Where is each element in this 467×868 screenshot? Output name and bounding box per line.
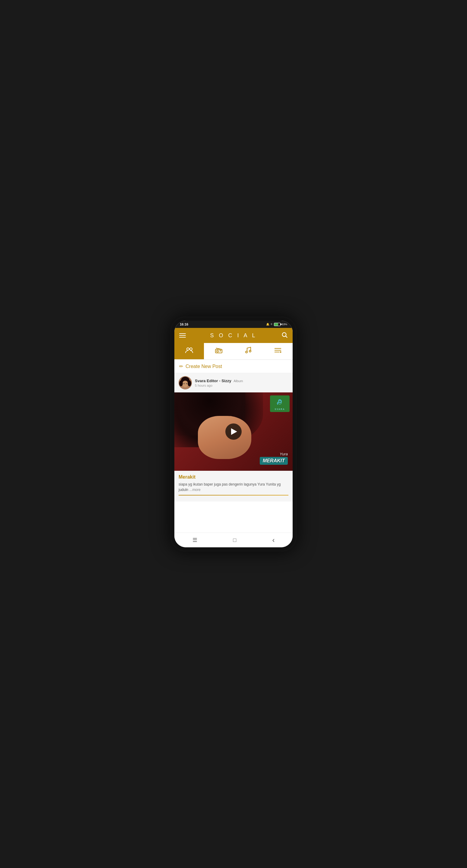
svara-badge: SVARA xyxy=(270,396,290,412)
post-content: Merakit siapa yg ikutan baper juga pas d… xyxy=(174,471,293,501)
post-header: Svara Editor - Sizzy Album 5 hours ago xyxy=(174,373,293,393)
svg-point-5 xyxy=(216,350,218,352)
artist-name-overlay: Yura xyxy=(260,452,288,456)
bottom-home-icon[interactable]: □ xyxy=(233,537,236,544)
radio-icon xyxy=(215,347,223,355)
search-icon xyxy=(281,332,288,338)
tab-bar xyxy=(174,343,293,360)
svg-point-21 xyxy=(186,383,187,384)
battery-icon xyxy=(274,323,281,326)
svg-marker-14 xyxy=(280,351,282,353)
social-people-icon xyxy=(185,347,194,355)
post-tag: Album xyxy=(233,379,243,383)
phone-device: 16:16 🔔 ⠿ 63% S O C I A L xyxy=(170,316,297,552)
status-time: 16:16 xyxy=(180,322,188,326)
create-post-bar[interactable]: ✏ Create New Post xyxy=(174,360,293,373)
svg-point-17 xyxy=(182,381,188,387)
menu-button[interactable] xyxy=(179,333,186,338)
search-button[interactable] xyxy=(281,332,288,339)
playlist-icon xyxy=(274,347,282,355)
phone-screen: 16:16 🔔 ⠿ 63% S O C I A L xyxy=(174,321,293,547)
dots-icon: ⠿ xyxy=(271,323,273,326)
svara-logo-icon xyxy=(274,398,285,408)
menu-line-2 xyxy=(179,335,186,336)
read-more-link[interactable]: ...more xyxy=(189,488,200,492)
post-meta: Svara Editor - Sizzy Album 5 hours ago xyxy=(195,378,288,387)
menu-line-1 xyxy=(179,333,186,334)
status-bar: 16:16 🔔 ⠿ 63% xyxy=(174,321,293,328)
menu-line-3 xyxy=(179,337,186,338)
svg-point-3 xyxy=(190,348,192,350)
artist-text-overlay: Yura Merakit xyxy=(260,452,288,465)
pencil-icon: ✏ xyxy=(179,364,183,369)
post-song-title: Merakit xyxy=(179,474,288,480)
app-title: S O C I A L xyxy=(210,333,257,339)
svara-text: SVARA xyxy=(275,408,285,410)
svg-point-19 xyxy=(188,380,191,386)
post-time: 5 hours ago xyxy=(195,384,288,387)
post-author: Svara Editor - Sizzy Album xyxy=(195,378,288,383)
avatar-image xyxy=(179,376,192,390)
battery-fill xyxy=(274,323,278,326)
music-note-icon xyxy=(245,347,252,355)
tab-music[interactable] xyxy=(233,343,263,359)
bottom-menu-icon[interactable]: ☰ xyxy=(193,537,197,544)
post-image: SVARA Yura Merakit xyxy=(174,393,293,471)
svg-point-9 xyxy=(245,351,247,353)
tab-social[interactable] xyxy=(174,343,204,359)
content-area: Svara Editor - Sizzy Album 5 hours ago xyxy=(174,373,293,538)
signal-icon: 🔔 xyxy=(266,323,269,326)
tab-radio[interactable] xyxy=(204,343,233,359)
play-icon xyxy=(231,428,237,435)
avatar[interactable] xyxy=(179,376,192,390)
post-divider xyxy=(179,495,288,495)
svg-line-1 xyxy=(286,336,287,338)
svg-point-20 xyxy=(184,383,185,384)
play-button[interactable] xyxy=(225,424,242,440)
create-post-label: Create New Post xyxy=(185,364,222,369)
status-icons: 🔔 ⠿ 63% xyxy=(266,323,287,326)
post-item: Svara Editor - Sizzy Album 5 hours ago xyxy=(174,373,293,501)
app-header: S O C I A L xyxy=(174,328,293,343)
tab-playlist[interactable] xyxy=(263,343,293,359)
bottom-back-icon[interactable]: ‹ xyxy=(272,536,274,544)
battery-text: 63% xyxy=(282,323,287,326)
post-description: siapa yg ikutan baper juga pas dengerin … xyxy=(179,482,288,493)
bottom-nav: ☰ □ ‹ xyxy=(174,532,293,547)
face-area xyxy=(198,416,251,459)
svg-point-2 xyxy=(187,348,189,350)
svg-point-10 xyxy=(249,350,251,352)
svg-point-18 xyxy=(179,380,183,386)
svg-point-0 xyxy=(282,333,286,337)
song-title-badge: Merakit xyxy=(260,457,288,465)
